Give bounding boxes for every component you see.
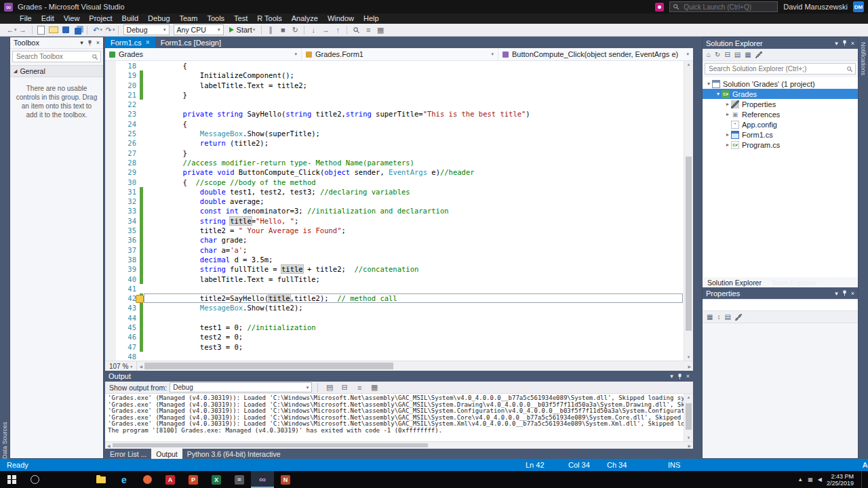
expand-arrow-icon[interactable]: ▸: [724, 101, 731, 107]
expand-arrow-icon[interactable]: ▸: [724, 111, 731, 117]
network-icon[interactable]: [808, 476, 813, 483]
code-line[interactable]: 26 return (title2);: [105, 138, 693, 148]
show-all-files-icon[interactable]: [734, 51, 741, 58]
scrollbar-thumb[interactable]: [686, 403, 692, 430]
output-text[interactable]: 'Grades.exe' (Managed (v4.0.30319)): Loa…: [105, 394, 693, 441]
powerpoint[interactable]: P: [182, 471, 205, 488]
toolbar-options-icon[interactable]: [374, 24, 387, 35]
code-line[interactable]: 34 string title="Hello, ";: [105, 216, 693, 226]
tab-python-3-6-64-bit-interactive[interactable]: Python 3.6 (64-bit) Interactive: [182, 449, 285, 459]
show-desktop-button[interactable]: [861, 471, 864, 488]
expand-arrow-icon[interactable]: ▸: [724, 131, 731, 138]
step-into-icon[interactable]: [307, 24, 319, 35]
start-debugging-button[interactable]: Start: [226, 26, 259, 34]
code-line[interactable]: 39 string fullTitle = title + title2; //…: [105, 264, 693, 274]
edge[interactable]: e: [113, 471, 136, 488]
scroll-left-icon[interactable]: [137, 364, 144, 369]
code-line[interactable]: 33 const int denominator=3; //initializa…: [105, 206, 693, 216]
type-dropdown[interactable]: Grades.Form1: [302, 48, 498, 60]
open-file-icon[interactable]: [47, 24, 60, 35]
messages-icon[interactable]: [323, 382, 336, 393]
menu-test[interactable]: Test: [229, 14, 252, 24]
section-expander-icon[interactable]: [14, 68, 17, 74]
tree-item-properties[interactable]: ▸Properties: [703, 99, 858, 109]
menu-file[interactable]: File: [15, 14, 37, 24]
navigate-forward-icon[interactable]: [17, 24, 29, 35]
tab-error-list[interactable]: Error List ...: [105, 449, 151, 459]
code-line[interactable]: 48: [105, 352, 693, 361]
code-line[interactable]: 45 test1 = 0; //initialization: [105, 323, 693, 332]
new-file-icon[interactable]: [35, 24, 47, 35]
windows-start-button[interactable]: [0, 471, 23, 488]
menu-window[interactable]: Window: [323, 14, 359, 24]
code-line[interactable]: 28 //access modifier-return type- Method…: [105, 158, 693, 167]
adobe-reader[interactable]: A: [159, 471, 182, 488]
properties-icon[interactable]: [755, 52, 762, 58]
categorized-icon[interactable]: [707, 313, 713, 321]
code-line[interactable]: 19 InitializeComponent();: [105, 70, 693, 80]
output-vertical-scrollbar[interactable]: [684, 394, 693, 441]
toggle-output-icon[interactable]: [368, 382, 380, 393]
output-source-dropdown[interactable]: Debug: [170, 382, 312, 392]
code-line[interactable]: 47 test3 = 0;: [105, 342, 693, 352]
scrollbar-thumb[interactable]: [113, 443, 428, 447]
step-out-icon[interactable]: [332, 24, 344, 35]
tab-output[interactable]: Output: [151, 449, 182, 459]
user-name[interactable]: David Maruszewski: [783, 3, 848, 11]
save-all-icon[interactable]: [72, 24, 84, 35]
code-line[interactable]: 22: [105, 100, 693, 109]
pin-icon[interactable]: [87, 40, 93, 46]
output-header[interactable]: Output: [105, 371, 693, 382]
cortana-button[interactable]: [23, 471, 46, 488]
save-icon[interactable]: [60, 24, 72, 35]
close-icon[interactable]: [851, 40, 854, 47]
tree-item-solution-grades-1-project[interactable]: ▾Solution 'Grades' (1 project): [703, 79, 858, 89]
refresh-icon[interactable]: [715, 51, 720, 58]
window-position-icon[interactable]: [670, 373, 673, 380]
project-dropdown[interactable]: Grades: [105, 48, 302, 60]
title-bar[interactable]: Grades - Microsoft Visual Studio David M…: [0, 0, 868, 14]
tab-form1-cs[interactable]: Form1.cs: [105, 37, 155, 48]
code-line[interactable]: 40 labelTitle.Text = fullTitle;: [105, 274, 693, 284]
menu-r-tools[interactable]: R Tools: [252, 14, 286, 24]
tab-form1-cs-design[interactable]: Form1.cs [Design]: [155, 37, 226, 48]
start-dropdown-icon[interactable]: [253, 27, 256, 33]
stop-debugging-icon[interactable]: [277, 24, 289, 35]
collapse-all-icon[interactable]: [724, 51, 730, 58]
property-pages-icon[interactable]: [735, 314, 742, 321]
scroll-left-icon[interactable]: [105, 443, 113, 448]
show-hidden-icons-icon[interactable]: [797, 476, 803, 483]
quick-actions-icon[interactable]: [136, 295, 144, 303]
home-icon[interactable]: [707, 51, 711, 58]
code-line[interactable]: 20 labelTitle.Text = title2;: [105, 81, 693, 90]
calculator[interactable]: =: [228, 471, 251, 488]
member-dropdown[interactable]: ButtonCompute_Click(object sender, Event…: [498, 48, 693, 60]
word-wrap-icon[interactable]: [353, 382, 366, 393]
properties-grid[interactable]: [703, 323, 858, 458]
find-in-files-icon[interactable]: [350, 24, 362, 35]
code-line[interactable]: 29 private void ButtonCompute_Click(obje…: [105, 167, 693, 177]
menu-edit[interactable]: Edit: [37, 14, 59, 24]
feedback-icon[interactable]: [655, 3, 664, 12]
code-line[interactable]: 31 double test1, test2, test3; //declari…: [105, 187, 693, 197]
code-line[interactable]: 36 char grade;: [105, 235, 693, 245]
collapse-arrow-icon[interactable]: ▾: [715, 91, 722, 97]
scroll-right-icon[interactable]: [686, 443, 693, 448]
tree-item-grades[interactable]: ▾C#Grades: [703, 89, 858, 99]
tab-team-explorer[interactable]: Team Explorer: [766, 277, 822, 287]
notepad-plus[interactable]: N: [274, 471, 297, 488]
toolbox-header[interactable]: Toolbox: [10, 37, 103, 49]
solution-explorer-search[interactable]: [705, 63, 856, 75]
code-line[interactable]: 27 }: [105, 148, 693, 158]
pin-icon[interactable]: [677, 373, 683, 380]
menu-help[interactable]: Help: [359, 14, 384, 24]
close-icon[interactable]: [686, 373, 690, 380]
toolbox-search[interactable]: [12, 51, 101, 62]
properties-object-dropdown[interactable]: [703, 299, 858, 311]
menu-project[interactable]: Project: [84, 14, 117, 24]
code-line[interactable]: 21 }: [105, 90, 693, 100]
code-line[interactable]: 30 { //scope //body of the method: [105, 178, 693, 187]
break-all-icon[interactable]: [264, 24, 277, 35]
code-line[interactable]: 37 char a='a';: [105, 245, 693, 255]
data-sources-tab[interactable]: Data Sources: [1, 42, 8, 459]
